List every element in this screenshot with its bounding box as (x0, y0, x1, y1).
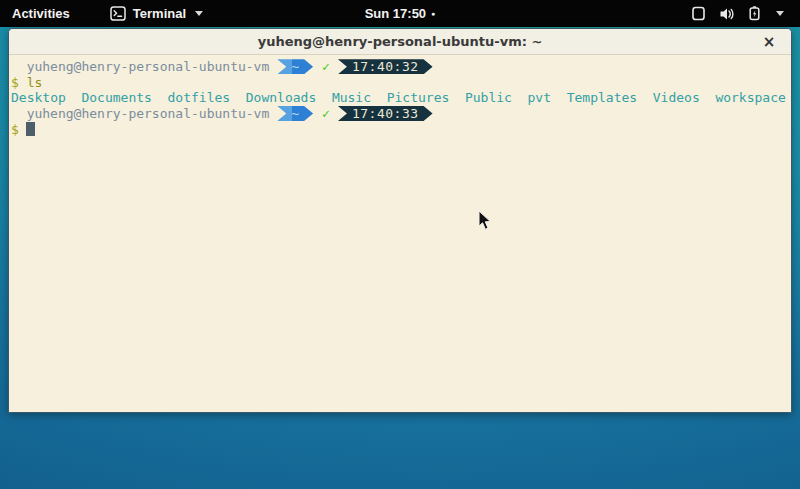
prompt-timestamp-badge: 17:40:33 (338, 106, 433, 121)
prompt-dollar: $ (11, 75, 19, 90)
clock-button[interactable]: Sun 17:50 ● (365, 6, 436, 21)
directory-name: Documents (81, 90, 151, 105)
window-title: yuheng@henry-personal-ubuntu-vm: ~ (258, 34, 543, 49)
battery-charging-icon (748, 6, 761, 21)
prompt-timestamp-badge: 17:40:32 (338, 59, 433, 74)
prompt-line-1: yuheng@henry-personal-ubuntu-vm ~ ✓ 17:4… (11, 59, 791, 75)
directory-name: Templates (567, 90, 637, 105)
clock-label: Sun 17:50 (365, 6, 426, 21)
terminal-window: yuheng@henry-personal-ubuntu-vm: ~ × yuh… (8, 28, 792, 413)
system-status-area[interactable] (691, 6, 784, 21)
directory-name: Desktop (11, 90, 66, 105)
input-line: $ (11, 121, 791, 137)
directory-name: workspace (715, 90, 785, 105)
close-button[interactable]: × (757, 29, 781, 54)
notification-dot: ● (431, 10, 435, 17)
directory-name: Music (332, 90, 371, 105)
directory-name: Videos (653, 90, 700, 105)
command-line: $ ls (11, 75, 791, 91)
directory-name: dotfiles (168, 90, 231, 105)
app-menu-label: Terminal (133, 6, 186, 21)
app-menu-terminal[interactable]: Terminal (110, 6, 203, 21)
prompt-username: yuheng@henry-personal-ubuntu-vm (11, 59, 269, 74)
directory-name: Pictures (387, 90, 450, 105)
typed-command: ls (27, 75, 43, 90)
prompt-username: yuheng@henry-personal-ubuntu-vm (11, 106, 269, 121)
prompt-dollar: $ (11, 122, 19, 137)
system-menu-caret-icon (776, 11, 784, 16)
prompt-cwd-badge: ~ (277, 59, 313, 74)
prompt-success-check-icon: ✓ (322, 59, 330, 74)
window-titlebar[interactable]: yuheng@henry-personal-ubuntu-vm: ~ × (9, 29, 791, 55)
terminal-icon (110, 6, 126, 21)
directory-name: pvt (528, 90, 551, 105)
screen-icon (691, 6, 706, 21)
gnome-top-bar: Activities Terminal Sun 17:50 ● (0, 0, 800, 27)
activities-button[interactable]: Activities (12, 6, 70, 21)
ls-output-line: DesktopDocumentsdotfilesDownloadsMusicPi… (11, 90, 791, 106)
chevron-down-icon (195, 11, 203, 16)
directory-name: Downloads (246, 90, 316, 105)
prompt-line-2: yuheng@henry-personal-ubuntu-vm ~ ✓ 17:4… (11, 106, 791, 122)
text-cursor-block (26, 122, 35, 136)
terminal-content[interactable]: yuheng@henry-personal-ubuntu-vm ~ ✓ 17:4… (9, 55, 791, 137)
volume-icon (719, 7, 735, 21)
prompt-success-check-icon: ✓ (322, 106, 330, 121)
prompt-cwd-badge: ~ (277, 106, 313, 121)
directory-name: Public (465, 90, 512, 105)
